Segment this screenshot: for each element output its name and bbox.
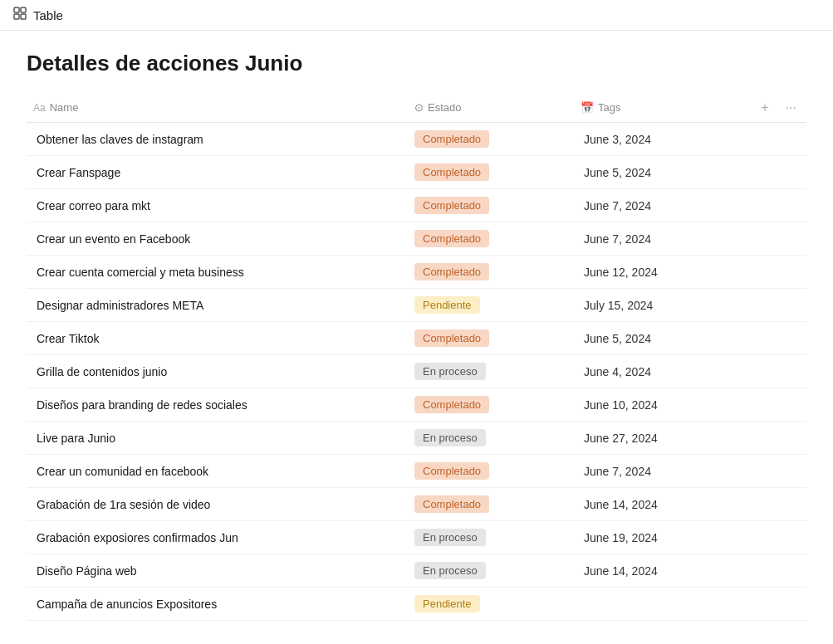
cell-status: Completado bbox=[408, 489, 574, 520]
more-options-button[interactable]: ··· bbox=[782, 99, 800, 117]
top-bar: Table bbox=[0, 0, 833, 31]
cell-name: Diseño Página web bbox=[27, 558, 408, 584]
cell-extra bbox=[757, 166, 806, 179]
cell-name: Crear un comunidad en facebook bbox=[27, 458, 408, 485]
cell-extra bbox=[757, 365, 806, 378]
add-column-button[interactable]: + bbox=[757, 99, 772, 117]
cell-date: June 7, 2024 bbox=[574, 226, 757, 252]
table-row: Crear Fanspage Completado June 5, 2024 bbox=[27, 156, 806, 189]
cell-date: June 19, 2024 bbox=[574, 524, 757, 551]
svg-rect-0 bbox=[14, 7, 19, 12]
table-row: Diseño Página web En proceso June 14, 20… bbox=[27, 554, 806, 588]
cell-extra bbox=[757, 199, 806, 212]
status-badge: En proceso bbox=[414, 363, 486, 380]
table-icon bbox=[13, 7, 27, 23]
cell-name: Crear Tiktok bbox=[27, 325, 408, 352]
cell-status: Completado bbox=[408, 389, 574, 420]
page-title: Detalles de acciones Junio bbox=[27, 51, 806, 76]
status-badge: Pendiente bbox=[414, 296, 480, 314]
cell-date: June 3, 2024 bbox=[574, 126, 757, 153]
table-row: Live para Junio En proceso June 27, 2024 bbox=[27, 422, 806, 455]
table-row: Grabación exposiores confirmados Jun En … bbox=[27, 521, 806, 554]
table-row: Grilla de contenidos junio En proceso Ju… bbox=[27, 355, 806, 388]
topbar-title: Table bbox=[33, 8, 63, 22]
cell-extra bbox=[757, 598, 806, 611]
data-table: Aa Name ⊙ Estado 📅 Tags + ··· Obtener la… bbox=[27, 93, 806, 621]
cell-date: June 7, 2024 bbox=[574, 458, 757, 485]
status-badge: Pendiente bbox=[414, 595, 480, 612]
svg-rect-2 bbox=[14, 14, 19, 19]
svg-rect-1 bbox=[21, 7, 26, 12]
cell-extra bbox=[757, 432, 806, 445]
cell-date: July 15, 2024 bbox=[574, 292, 757, 319]
cell-status: Completado bbox=[408, 157, 574, 188]
cell-date: June 14, 2024 bbox=[574, 558, 757, 584]
cell-date: June 27, 2024 bbox=[574, 425, 757, 451]
cell-extra bbox=[757, 133, 806, 146]
table-rows: Obtener las claves de instagram Completa… bbox=[27, 123, 806, 621]
cell-extra bbox=[757, 398, 806, 412]
status-badge: Completado bbox=[414, 396, 489, 413]
table-header: Aa Name ⊙ Estado 📅 Tags + ··· bbox=[27, 93, 806, 123]
status-badge: Completado bbox=[414, 495, 489, 513]
col-header-status: ⊙ Estado bbox=[408, 98, 574, 117]
status-badge: Completado bbox=[414, 163, 489, 181]
cell-status: Completado bbox=[408, 223, 574, 254]
status-badge: Completado bbox=[414, 230, 489, 247]
cell-name: Crear Fanspage bbox=[27, 159, 408, 186]
cell-date: June 10, 2024 bbox=[574, 392, 757, 418]
col-status-label: Estado bbox=[428, 101, 461, 114]
col-name-label: Name bbox=[50, 101, 79, 114]
cell-status: En proceso bbox=[408, 422, 574, 453]
status-badge: Completado bbox=[414, 197, 489, 214]
status-badge: En proceso bbox=[414, 529, 486, 546]
cell-extra bbox=[757, 531, 806, 544]
col-name-prefix: Aa bbox=[33, 102, 46, 114]
table-row: Grabación de 1ra sesión de video Complet… bbox=[27, 488, 806, 521]
cell-name: Designar administradores META bbox=[27, 292, 408, 319]
cell-extra bbox=[757, 232, 806, 246]
cell-date: June 7, 2024 bbox=[574, 193, 757, 219]
cell-extra bbox=[757, 266, 806, 279]
cell-name: Grabación de 1ra sesión de video bbox=[27, 491, 408, 518]
svg-rect-3 bbox=[21, 14, 26, 19]
cell-status: Completado bbox=[408, 323, 574, 354]
cell-extra bbox=[757, 465, 806, 478]
cell-status: Pendiente bbox=[408, 290, 574, 320]
cell-name: Diseños para branding de redes sociales bbox=[27, 392, 408, 418]
status-badge: Completado bbox=[414, 263, 489, 281]
table-row: Crear un comunidad en facebook Completad… bbox=[27, 455, 806, 488]
table-row: Crear correo para mkt Completado June 7,… bbox=[27, 189, 806, 222]
calendar-icon: 📅 bbox=[581, 101, 594, 114]
cell-extra bbox=[757, 299, 806, 312]
cell-name: Crear correo para mkt bbox=[27, 193, 408, 219]
cell-name: Grabación exposiores confirmados Jun bbox=[27, 524, 408, 551]
cell-name: Grilla de contenidos junio bbox=[27, 359, 408, 385]
cell-status: Completado bbox=[408, 124, 574, 154]
cell-name: Obtener las claves de instagram bbox=[27, 126, 408, 153]
table-row: Crear un evento en Facebook Completado J… bbox=[27, 222, 806, 256]
cell-extra bbox=[757, 564, 806, 578]
clock-icon: ⊙ bbox=[414, 101, 424, 114]
cell-status: Pendiente bbox=[408, 588, 574, 619]
col-header-actions: + ··· bbox=[757, 98, 806, 117]
cell-date: June 14, 2024 bbox=[574, 491, 757, 518]
col-header-name: Aa Name bbox=[27, 98, 408, 117]
cell-date: June 12, 2024 bbox=[574, 259, 757, 285]
cell-name: Campaña de anuncios Expositores bbox=[27, 591, 408, 617]
cell-date: June 4, 2024 bbox=[574, 359, 757, 385]
cell-name: Live para Junio bbox=[27, 425, 408, 451]
status-badge: Completado bbox=[414, 462, 489, 480]
cell-name: Crear un evento en Facebook bbox=[27, 226, 408, 252]
cell-date: June 5, 2024 bbox=[574, 159, 757, 186]
cell-extra bbox=[757, 332, 806, 345]
cell-status: En proceso bbox=[408, 522, 574, 553]
status-badge: En proceso bbox=[414, 429, 486, 446]
table-row: Crear cuenta comercial y meta business C… bbox=[27, 256, 806, 289]
cell-status: En proceso bbox=[408, 555, 574, 586]
table-row: Diseños para branding de redes sociales … bbox=[27, 388, 806, 422]
table-row: Campaña de anuncios Expositores Pendient… bbox=[27, 588, 806, 621]
page-content: Detalles de acciones Junio Aa Name ⊙ Est… bbox=[0, 31, 833, 634]
cell-name: Crear cuenta comercial y meta business bbox=[27, 259, 408, 285]
cell-date bbox=[574, 598, 757, 611]
